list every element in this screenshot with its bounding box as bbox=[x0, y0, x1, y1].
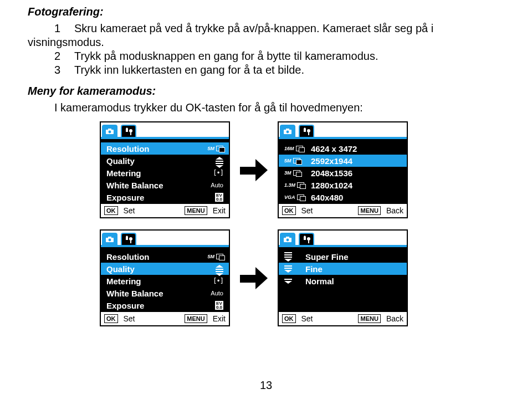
step-1-text-a: Skru kameraet på ved å trykke på av/på-k… bbox=[74, 22, 433, 34]
menu-item-resolution[interactable]: Resolution 5M bbox=[101, 142, 229, 155]
menu-item-metering[interactable]: Metering [•] bbox=[101, 275, 229, 287]
panel-footer: OK Set MENU Back bbox=[279, 204, 407, 217]
step-3-line: 3Trykk inn lukkertasten en gang for å ta… bbox=[28, 63, 504, 77]
menu-body: Super Fine Fine Normal bbox=[279, 245, 407, 312]
res-option-icon: 5M bbox=[284, 158, 306, 163]
menu-keycap: MENU bbox=[185, 314, 207, 323]
exit-label: Exit bbox=[213, 206, 226, 215]
panel-footer: OK Set MENU Exit bbox=[101, 204, 229, 217]
menu-item-label: White Balance bbox=[106, 181, 163, 190]
svg-rect-7 bbox=[108, 237, 111, 238]
quality-option-super-fine[interactable]: Super Fine bbox=[279, 250, 407, 263]
panel-footer: OK Set MENU Exit bbox=[101, 312, 229, 325]
resolution-value-icon: 5M bbox=[207, 146, 223, 151]
menu-item-label: Exposure bbox=[106, 301, 144, 310]
res-option-label: 1280x1024 bbox=[306, 181, 401, 190]
section-heading: Fotografering: bbox=[28, 6, 504, 18]
step-2-number: 2 bbox=[54, 49, 74, 63]
quality-value-icon bbox=[204, 262, 223, 276]
menu-item-label: Resolution bbox=[106, 144, 150, 153]
menu-item-quality[interactable]: Quality bbox=[101, 263, 229, 275]
menu-item-resolution[interactable]: Resolution 5M bbox=[101, 250, 229, 263]
set-label: Set bbox=[301, 314, 313, 323]
tab-tools[interactable] bbox=[121, 125, 136, 137]
step-2-text: Trykk på modusknappen en gang for å bytt… bbox=[74, 50, 378, 62]
menu-keycap: MENU bbox=[358, 206, 380, 215]
exposure-value-icon: EV0.0 bbox=[204, 301, 223, 310]
menu-item-label: Quality bbox=[106, 156, 135, 166]
arrow-icon bbox=[240, 267, 268, 289]
ok-keycap: OK bbox=[104, 314, 118, 323]
quality-option-icon bbox=[284, 279, 301, 284]
arrow-icon bbox=[240, 159, 268, 181]
section2-heading: Meny for kameramodus: bbox=[28, 85, 504, 98]
panel-footer: OK Set MENU Back bbox=[279, 312, 407, 325]
tab-strip bbox=[279, 122, 407, 137]
screen-row-1: Resolution 5M Quality Metering [•] White… bbox=[100, 121, 460, 218]
res-option-1-3m[interactable]: 1.3M 1280x1024 bbox=[279, 179, 407, 191]
svg-point-2 bbox=[109, 131, 111, 134]
quality-option-normal[interactable]: Normal bbox=[279, 275, 407, 287]
tab-tools[interactable] bbox=[121, 233, 136, 245]
menu-body: 16M 4624 x 3472 5M 2592x1944 3M 2048x153… bbox=[279, 137, 407, 204]
svg-rect-10 bbox=[286, 237, 289, 238]
svg-point-11 bbox=[287, 239, 289, 242]
menu-item-label: Quality bbox=[106, 264, 135, 274]
tab-camera[interactable] bbox=[102, 233, 117, 245]
menu-item-label: Metering bbox=[106, 168, 141, 178]
screen-row-2: Resolution 5M Quality Metering [•] White… bbox=[100, 229, 460, 326]
menu-item-white-balance[interactable]: White Balance Auto bbox=[101, 287, 229, 299]
res-option-16m[interactable]: 16M 4624 x 3472 bbox=[279, 142, 407, 155]
quality-option-label: Normal bbox=[301, 277, 401, 286]
panel-settings-quality: Resolution 5M Quality Metering [•] White… bbox=[100, 229, 230, 326]
set-label: Set bbox=[124, 206, 135, 215]
svg-point-8 bbox=[109, 239, 111, 242]
menu-item-quality[interactable]: Quality bbox=[101, 155, 229, 167]
menu-body: Resolution 5M Quality Metering [•] White… bbox=[101, 245, 229, 312]
step-3-number: 3 bbox=[54, 63, 74, 77]
tab-camera[interactable] bbox=[102, 125, 117, 137]
tab-tools[interactable] bbox=[299, 125, 314, 137]
resolution-value-icon: 5M bbox=[207, 254, 223, 259]
metering-value-icon: [•] bbox=[204, 169, 223, 177]
menu-item-white-balance[interactable]: White Balance Auto bbox=[101, 179, 229, 191]
svg-rect-1 bbox=[108, 129, 111, 130]
res-option-label: 2048x1536 bbox=[306, 168, 401, 178]
quality-option-icon bbox=[284, 252, 301, 262]
svg-point-5 bbox=[287, 131, 289, 134]
step-2-line: 2Trykk på modusknappen en gang for å byt… bbox=[28, 49, 504, 63]
tab-camera[interactable] bbox=[280, 233, 295, 245]
menu-item-metering[interactable]: Metering [•] bbox=[101, 167, 229, 179]
res-option-vga[interactable]: VGA 640x480 bbox=[279, 191, 407, 203]
menu-item-label: Exposure bbox=[106, 193, 144, 202]
res-option-icon: VGA bbox=[284, 195, 306, 200]
res-option-5m[interactable]: 5M 2592x1944 bbox=[279, 155, 407, 167]
panel-resolution-options: 16M 4624 x 3472 5M 2592x1944 3M 2048x153… bbox=[278, 121, 408, 218]
res-option-label: 4624 x 3472 bbox=[306, 144, 401, 153]
quality-option-label: Super Fine bbox=[301, 252, 401, 262]
quality-option-fine[interactable]: Fine bbox=[279, 263, 407, 275]
res-option-icon: 16M bbox=[284, 146, 306, 151]
set-label: Set bbox=[124, 314, 135, 323]
tab-camera[interactable] bbox=[280, 125, 295, 137]
menu-item-label: White Balance bbox=[106, 289, 163, 298]
step-1-number: 1 bbox=[54, 22, 74, 35]
metering-value-icon: [•] bbox=[204, 277, 223, 285]
panel-settings-resolution: Resolution 5M Quality Metering [•] White… bbox=[100, 121, 230, 218]
quality-option-label: Fine bbox=[301, 264, 401, 274]
section2-text: I kameramodus trykker du OK-tasten for å… bbox=[28, 101, 504, 115]
menu-keycap: MENU bbox=[185, 206, 207, 215]
page-number: 13 bbox=[260, 379, 272, 392]
quality-option-icon bbox=[284, 265, 301, 273]
menu-item-exposure[interactable]: Exposure EV0.0 bbox=[101, 299, 229, 311]
tab-tools[interactable] bbox=[299, 233, 314, 245]
svg-rect-4 bbox=[286, 129, 289, 130]
ok-keycap: OK bbox=[104, 206, 118, 215]
menu-item-label: Metering bbox=[106, 277, 141, 286]
quality-value-icon bbox=[204, 153, 223, 168]
tab-strip bbox=[101, 231, 229, 245]
menu-item-exposure[interactable]: Exposure EV0.0 bbox=[101, 191, 229, 203]
ok-keycap: OK bbox=[282, 314, 296, 323]
res-option-3m[interactable]: 3M 2048x1536 bbox=[279, 167, 407, 179]
step-3-text: Trykk inn lukkertasten en gang for å ta … bbox=[74, 64, 304, 76]
